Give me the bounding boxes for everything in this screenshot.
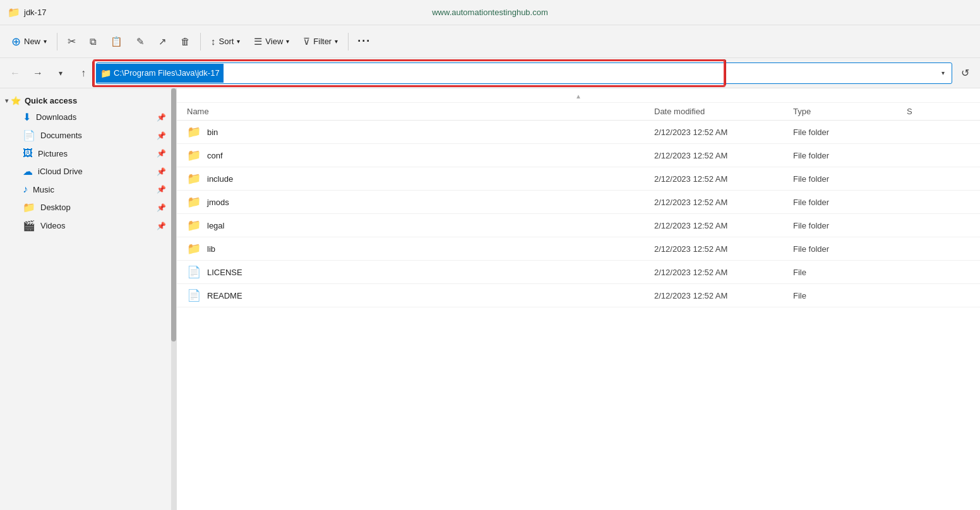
more-button[interactable]: ··· xyxy=(352,31,376,52)
content-area: ▲ Name Date modified Type S 📁 bin 2/12/2… xyxy=(177,88,980,510)
rename-icon: ✎ xyxy=(136,36,145,47)
file-date: 2/12/2023 12:52 AM xyxy=(654,268,793,277)
table-row[interactable]: 📁 legal 2/12/2023 12:52 AM File folder xyxy=(177,214,980,237)
file-date: 2/12/2023 12:52 AM xyxy=(654,221,793,230)
table-row[interactable]: 📁 conf 2/12/2023 12:52 AM File folder xyxy=(177,144,980,167)
sidebar-item-pictures[interactable]: 🖼 Pictures 📌 xyxy=(3,145,174,162)
music-label: Music xyxy=(33,185,54,194)
back-button[interactable]: ← xyxy=(5,63,25,83)
file-date: 2/12/2023 12:52 AM xyxy=(654,291,793,300)
share-button[interactable]: ↗ xyxy=(152,32,173,51)
file-name-cell: 📄 README xyxy=(187,288,654,302)
sidebar-item-documents[interactable]: 📄 Documents 📌 xyxy=(3,126,174,145)
table-row[interactable]: 📁 jmods 2/12/2023 12:52 AM File folder xyxy=(177,191,980,214)
forward-icon: → xyxy=(33,68,43,79)
sidebar-item-icloud[interactable]: ☁ iCloud Drive 📌 xyxy=(3,162,174,181)
new-label: New xyxy=(24,37,40,46)
file-date: 2/12/2023 12:52 AM xyxy=(654,174,793,184)
file-name: conf xyxy=(207,151,223,160)
filter-button[interactable]: ⊽ Filter ▾ xyxy=(297,32,344,51)
up-button[interactable]: ↑ xyxy=(73,63,93,83)
downloads-icon: ⬇ xyxy=(23,111,31,123)
more-label: ··· xyxy=(357,35,371,48)
refresh-icon: ↺ xyxy=(961,67,969,79)
refresh-button[interactable]: ↺ xyxy=(955,63,975,83)
col-header-size[interactable]: S xyxy=(907,107,970,116)
address-bar-row: ← → ▾ ↑ 📁 C:\Program Files\Java\jdk-17 ▾… xyxy=(0,58,980,88)
delete-button[interactable]: 🗑 xyxy=(174,32,196,50)
sidebar-item-downloads[interactable]: ⬇ Downloads 📌 xyxy=(3,108,174,126)
music-pin-icon: 📌 xyxy=(157,185,166,194)
up-chevron-icon: ▲ xyxy=(575,93,582,100)
file-type: File folder xyxy=(793,198,907,207)
copy-icon: ⧉ xyxy=(90,36,97,47)
title-folder-icon: 📁 xyxy=(8,6,20,18)
table-row[interactable]: 📄 LICENSE 2/12/2023 12:52 AM File xyxy=(177,261,980,284)
title-bar: 📁 jdk-17 www.automationtestinghub.com xyxy=(0,0,980,25)
up-icon: ↑ xyxy=(81,68,86,79)
sort-button[interactable]: ↕ Sort ▾ xyxy=(205,32,246,50)
col-header-date[interactable]: Date modified xyxy=(654,107,793,116)
icloud-label: iCloud Drive xyxy=(38,167,83,176)
sort-icon: ↕ xyxy=(211,36,216,47)
quick-access-star-icon: ⭐ xyxy=(11,96,21,105)
file-icon: 📄 xyxy=(187,265,201,279)
main-area: ▾ ⭐ Quick access ⬇ Downloads 📌 📄 Documen… xyxy=(0,88,980,510)
view-dropdown-icon: ▾ xyxy=(286,38,289,45)
rename-button[interactable]: ✎ xyxy=(130,32,151,51)
file-name: README xyxy=(207,291,242,300)
table-row[interactable]: 📁 lib 2/12/2023 12:52 AM File folder xyxy=(177,237,980,261)
toolbar-sep-3 xyxy=(348,33,349,50)
file-date: 2/12/2023 12:52 AM xyxy=(654,128,793,137)
sidebar: ▾ ⭐ Quick access ⬇ Downloads 📌 📄 Documen… xyxy=(0,88,177,510)
view-label: View xyxy=(265,37,283,46)
view-button[interactable]: ☰ View ▾ xyxy=(248,32,296,51)
documents-pin-icon: 📌 xyxy=(157,131,166,140)
sidebar-item-music[interactable]: ♪ Music 📌 xyxy=(3,181,174,198)
copy-button[interactable]: ⧉ xyxy=(83,32,103,51)
file-date: 2/12/2023 12:52 AM xyxy=(654,151,793,160)
folder-icon: 📁 xyxy=(187,125,201,139)
videos-label: Videos xyxy=(40,221,66,230)
folder-icon: 📁 xyxy=(187,195,201,209)
sidebar-scrollbar[interactable] xyxy=(171,88,176,510)
folder-icon: 📁 xyxy=(187,242,201,256)
new-plus-icon: ⊕ xyxy=(11,35,21,49)
recent-locations-button[interactable]: ▾ xyxy=(51,63,71,83)
filter-icon: ⊽ xyxy=(303,36,310,47)
file-name-cell: 📁 conf xyxy=(187,148,654,162)
forward-button[interactable]: → xyxy=(28,63,48,83)
toolbar-sep-2 xyxy=(200,33,201,50)
share-icon: ↗ xyxy=(158,36,167,47)
file-name-cell: 📁 bin xyxy=(187,125,654,139)
table-row[interactable]: 📄 README 2/12/2023 12:52 AM File xyxy=(177,284,980,307)
cut-button[interactable]: ✂ xyxy=(61,32,82,51)
table-row[interactable]: 📁 bin 2/12/2023 12:52 AM File folder xyxy=(177,121,980,144)
desktop-pin-icon: 📌 xyxy=(157,203,166,212)
paste-icon: 📋 xyxy=(111,36,122,47)
sidebar-item-desktop[interactable]: 📁 Desktop 📌 xyxy=(3,198,174,216)
table-row[interactable]: 📁 include 2/12/2023 12:52 AM File folder xyxy=(177,167,980,191)
sidebar-item-videos[interactable]: 🎬 Videos 📌 xyxy=(3,216,174,235)
address-input[interactable] xyxy=(96,62,952,84)
new-button[interactable]: ⊕ New ▾ xyxy=(5,31,53,52)
file-name-cell: 📁 jmods xyxy=(187,195,654,209)
view-icon: ☰ xyxy=(254,36,262,47)
delete-icon: 🗑 xyxy=(181,36,190,47)
file-type: File folder xyxy=(793,221,907,230)
documents-label: Documents xyxy=(40,131,82,140)
pictures-pin-icon: 📌 xyxy=(157,149,166,158)
file-type: File folder xyxy=(793,128,907,137)
address-dropdown-button[interactable]: ▾ xyxy=(933,62,952,84)
file-name-cell: 📁 include xyxy=(187,172,654,186)
file-name: LICENSE xyxy=(207,268,242,277)
new-dropdown-icon: ▾ xyxy=(44,38,47,45)
file-icon: 📄 xyxy=(187,288,201,302)
file-name: legal xyxy=(207,221,224,230)
quick-access-header[interactable]: ▾ ⭐ Quick access xyxy=(0,93,176,108)
filter-dropdown-icon: ▾ xyxy=(335,38,338,45)
icloud-icon: ☁ xyxy=(23,165,33,177)
col-header-name[interactable]: Name xyxy=(187,107,654,116)
col-header-type[interactable]: Type xyxy=(793,107,907,116)
paste-button[interactable]: 📋 xyxy=(104,32,129,51)
